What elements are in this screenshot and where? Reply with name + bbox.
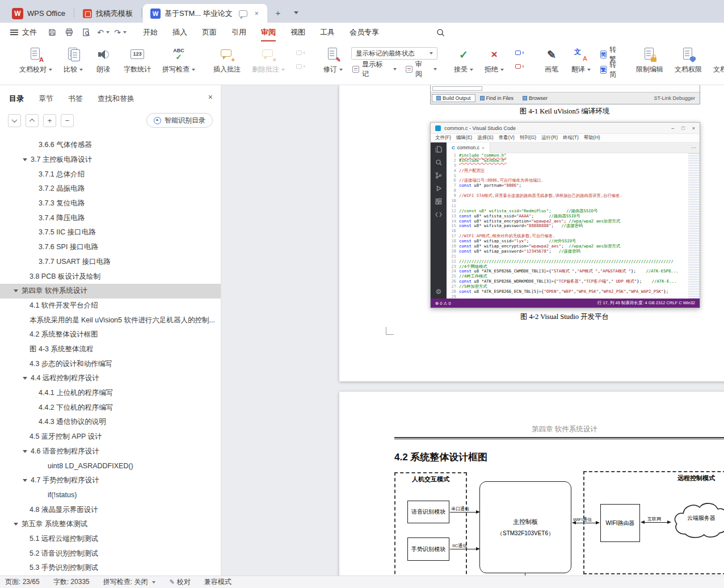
toc-item[interactable]: 5.2 语音识别控制测试 — [0, 546, 221, 561]
toc-item[interactable]: 第五章 系统整体测试 — [0, 517, 221, 532]
toc-item[interactable]: 3.7.4 降压电路 — [0, 211, 221, 225]
window-tab-docer[interactable]: 找稿壳模板 — [75, 4, 140, 23]
menu-tab-reference[interactable]: 引用 — [224, 23, 254, 42]
tab-list-button[interactable] — [289, 5, 304, 20]
toc-item[interactable]: 3.8 PCB 板设计及绘制 — [0, 269, 221, 284]
toc-expand-caret[interactable] — [23, 158, 27, 161]
toc-item[interactable]: if(!status) — [0, 488, 221, 503]
print-preview-button[interactable] — [79, 26, 94, 39]
tab-close-icon[interactable]: × — [254, 10, 260, 18]
read-aloud-button[interactable]: 朗读 — [92, 46, 115, 75]
chevron-down-icon — [470, 69, 473, 71]
to-traditional-button[interactable]: 简 转繁 — [599, 48, 620, 60]
reject-revision-button[interactable]: × 拒绝 — [482, 46, 506, 75]
menu-tab-page[interactable]: 页面 — [195, 23, 224, 42]
menu-tab-insert[interactable]: 插入 — [165, 23, 195, 42]
file-menu-button[interactable]: 文件 — [10, 27, 37, 37]
toc-item[interactable]: 3.7.2 晶振电路 — [0, 182, 221, 196]
restrict-editing-button[interactable]: 限制编辑 — [634, 46, 666, 75]
track-changes-button[interactable]: ✎ 修订 — [321, 46, 344, 75]
redo-button[interactable]: ↷ — [113, 26, 128, 39]
show-markup-state-select[interactable]: 显示标记的最终状态 — [351, 47, 437, 60]
status-page-indicator[interactable]: 页面: 23/65 — [5, 577, 40, 587]
to-simplified-button[interactable]: 繁 转简 — [599, 64, 620, 75]
word-count-button[interactable]: 123 字数统计 — [121, 46, 153, 75]
insert-comment-button[interactable]: + 插入批注 — [211, 46, 243, 75]
status-word-count[interactable]: 字数: 20335 — [53, 577, 90, 587]
close-icon[interactable]: × — [208, 93, 213, 102]
button-label: 接受 — [454, 65, 468, 74]
keil-tab-build-output: Build Output — [432, 94, 475, 102]
toc-item[interactable]: 4.2 系统整体设计框图 — [0, 327, 221, 342]
toc-item[interactable]: 4.5 蓝牙控制 APP 设计 — [0, 430, 221, 444]
toc-item[interactable]: 4.7 手势控制程序设计 — [0, 473, 221, 488]
new-tab-button[interactable]: + — [271, 5, 285, 20]
toc-item[interactable]: 4.8 液晶显示界面设计 — [0, 502, 221, 517]
compare-button[interactable]: 比较 — [61, 46, 85, 75]
toc-expand-button[interactable]: + — [43, 114, 56, 127]
toc-item[interactable]: 3.7.5 IIC 接口电路 — [0, 225, 221, 240]
translate-button[interactable]: 文A 翻译 — [570, 46, 592, 75]
review-pane-button[interactable]: 审阅 — [405, 63, 438, 75]
doc-permission-button[interactable]: 文档权限 — [672, 46, 704, 75]
menu-tab-member[interactable]: 会员专享 — [342, 23, 386, 42]
toc-item[interactable]: 3.7.3 复位电路 — [0, 196, 221, 211]
toc-item[interactable]: 3.7 主控板电路设计 — [0, 153, 221, 167]
toc-item[interactable]: 4.1 软件开发平台介绍 — [0, 299, 221, 313]
next-revision-button[interactable]: › — [513, 61, 527, 72]
toc-item[interactable]: 4.4.2 下位机的程序编写 — [0, 400, 221, 415]
toc-expand-caret[interactable] — [23, 450, 27, 453]
toc-previous-heading-button[interactable] — [26, 114, 39, 127]
smart-toc-button[interactable]: 智能识别目录 — [146, 113, 213, 128]
chevron-down-icon — [281, 69, 285, 71]
toc-item[interactable]: 第四章 软件系统设计 — [0, 284, 221, 299]
toc-item[interactable]: 本系统采用的是 Keil uVision5 软件进行六足机器人的控制... — [0, 313, 221, 327]
status-spellcheck[interactable]: 拼写检查: 关闭 — [103, 577, 156, 587]
search-button[interactable] — [433, 25, 448, 40]
sidebar-tab-chapters[interactable]: 章节 — [39, 94, 53, 104]
doc-proofread-button[interactable]: A 文档校对 — [17, 46, 54, 75]
toc-item[interactable]: 3.7.7 USART 接口电路 — [0, 255, 221, 270]
previous-revision-button[interactable]: ‹ — [513, 48, 527, 58]
sidebar-tab-toc[interactable]: 目录 — [9, 94, 24, 104]
accept-revision-button[interactable]: ✓ 接受 — [452, 46, 475, 75]
toc-item[interactable]: 4.4 远程控制程序设计 — [0, 371, 221, 386]
doc-finalize-button[interactable]: ✓ 文档定稿 — [711, 46, 724, 75]
toc-item[interactable]: 4.3 步态的设计和动作编写 — [0, 356, 221, 371]
save-button[interactable] — [45, 26, 60, 39]
toc-item[interactable]: 3.7.1 总体介绍 — [0, 167, 221, 182]
undo-button[interactable]: ↶ — [96, 26, 111, 39]
menu-tab-review[interactable]: 审阅 — [254, 23, 283, 42]
toc-item[interactable]: 5.1 远程云端控制测试 — [0, 532, 221, 547]
remote-group-label: 远程控制模式 — [677, 474, 715, 482]
toc-item[interactable]: 3.7.6 SPI 接口电路 — [0, 240, 221, 255]
menu-tab-view[interactable]: 视图 — [283, 23, 313, 42]
window-tab-home[interactable]: W WPS Office — [5, 4, 73, 23]
spell-check-button[interactable]: ABC✓ 拼写检查 — [160, 46, 197, 75]
code-line — [459, 295, 700, 299]
toc-expand-caret[interactable] — [14, 523, 18, 526]
toc-expand-caret[interactable] — [23, 479, 27, 482]
status-proofread[interactable]: ✎ 校对 — [169, 577, 190, 587]
toc-next-heading-button[interactable] — [8, 114, 21, 127]
sidebar-tab-find-replace[interactable]: 查找和替换 — [98, 94, 134, 104]
toc-item[interactable]: 4.6 语音控制程序设计 — [0, 444, 221, 459]
toc-item[interactable]: 5.3 手势识别控制测试 — [0, 561, 221, 576]
toc-item[interactable]: 4.4.1 上位机的程序编写 — [0, 386, 221, 401]
toc-item[interactable]: 图 4-3 系统整体流程 — [0, 342, 221, 357]
document-canvas[interactable]: Build Output Find in Files Browser ST-Li… — [221, 85, 724, 576]
toc-item[interactable]: 3.6.6 气体传感器 — [0, 138, 221, 153]
show-markup-button[interactable]: 显示标记 — [351, 63, 398, 75]
menu-tab-tools[interactable]: 工具 — [313, 23, 342, 42]
toc-expand-caret[interactable] — [14, 289, 18, 292]
proofread-pen-icon: ✎ — [169, 578, 174, 586]
menu-tab-start[interactable]: 开始 — [136, 23, 165, 42]
toc-item[interactable]: uint8 LD_ASRADDFIXED() — [0, 459, 221, 473]
print-button[interactable] — [62, 26, 77, 39]
toc-item[interactable]: 4.4.3 通信协议的说明 — [0, 415, 221, 430]
window-tab-document[interactable]: W 基于STM... 毕业论文 × — [143, 4, 267, 23]
toc-collapse-button[interactable]: − — [61, 114, 74, 127]
sidebar-tab-bookmarks[interactable]: 书签 — [68, 94, 83, 104]
toc-expand-caret[interactable] — [23, 377, 27, 380]
ink-pen-button[interactable]: ✎ 画笔 — [540, 46, 563, 75]
